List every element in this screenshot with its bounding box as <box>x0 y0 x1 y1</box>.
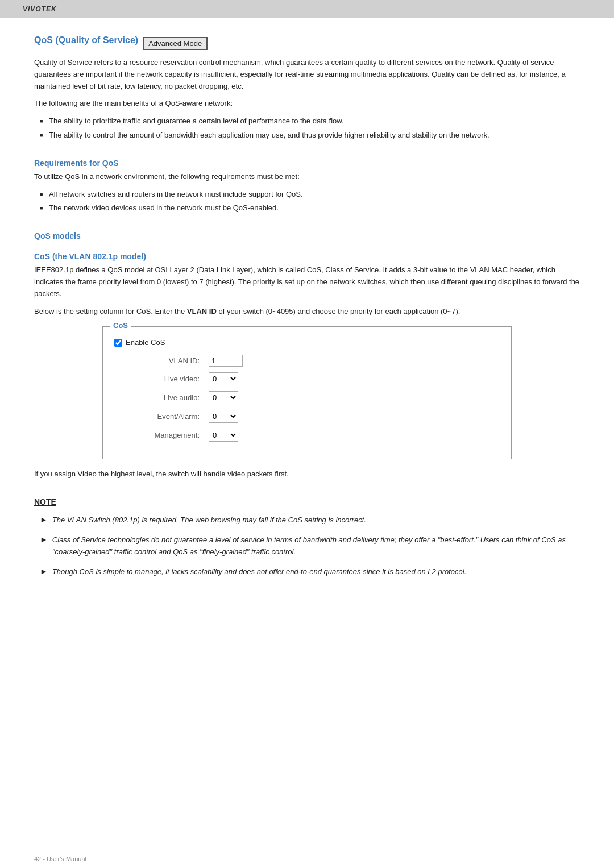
requirements-paragraph: To utilize QoS in a network environment,… <box>34 171 580 183</box>
brand-label: VIVOTEK <box>23 5 57 13</box>
vlan-id-label: VLAN ID: <box>131 356 200 365</box>
intro-bullet-1: The ability to prioritize traffic and gu… <box>40 115 580 127</box>
management-label: Management: <box>131 431 200 439</box>
note-text-2: Class of Service technologies do not gua… <box>52 534 580 558</box>
cos-paragraph2-pre: Below is the setting column for CoS. Ent… <box>34 307 187 315</box>
live-audio-select[interactable]: 0123 4567 <box>209 391 238 404</box>
cos-paragraph2-post: of your switch (0~4095) and choose the p… <box>217 307 460 315</box>
intro-paragraph2: The following are the main benefits of a… <box>34 98 580 110</box>
cos-paragraph3: If you assign Video the highest level, t… <box>34 468 580 480</box>
live-video-row: Live video: 0123 4567 <box>114 372 500 385</box>
note-title: NOTE <box>34 497 580 506</box>
note-item-1: ► The VLAN Switch (802.1p) is required. … <box>34 514 580 526</box>
requirements-bullet-2: The network video devices used in the ne… <box>40 202 580 214</box>
event-alarm-row: Event/Alarm: 0123 4567 <box>114 410 500 423</box>
requirements-bullet-1: All network switches and routers in the … <box>40 189 580 201</box>
management-select[interactable]: 0123 4567 <box>209 429 238 442</box>
enable-cos-checkbox[interactable] <box>114 339 122 347</box>
intro-paragraph1: Quality of Service refers to a resource … <box>34 57 580 92</box>
note-arrow-2: ► <box>40 535 48 544</box>
advanced-mode-button[interactable]: Advanced Mode <box>143 37 208 50</box>
qos-title-row: QoS (Quality of Service) Advanced Mode <box>34 35 580 51</box>
live-audio-label: Live audio: <box>131 393 200 402</box>
live-audio-row: Live audio: 0123 4567 <box>114 391 500 404</box>
footer: 42 - User's Manual <box>0 852 614 868</box>
qos-main-title: QoS (Quality of Service) <box>34 35 138 45</box>
note-section: NOTE ► The VLAN Switch (802.1p) is requi… <box>34 497 580 578</box>
event-alarm-label: Event/Alarm: <box>131 412 200 421</box>
page: VIVOTEK QoS (Quality of Service) Advance… <box>0 0 614 868</box>
intro-bullet-2: The ability to control the amount of ban… <box>40 130 580 142</box>
live-video-label: Live video: <box>131 375 200 383</box>
event-alarm-select[interactable]: 0123 4567 <box>209 410 238 423</box>
cos-paragraph2-bold: VLAN ID <box>187 307 217 315</box>
enable-cos-row: Enable CoS <box>114 338 500 347</box>
cos-fieldset: CoS Enable CoS VLAN ID: Live video: 0123… <box>102 326 512 459</box>
note-item-3: ► Though CoS is simple to manage, it lac… <box>34 566 580 578</box>
intro-bullets: The ability to prioritize traffic and gu… <box>40 115 580 142</box>
cos-paragraph1: IEEE802.1p defines a QoS model at OSI La… <box>34 264 580 300</box>
vlan-id-row: VLAN ID: <box>114 355 500 367</box>
main-content: QoS (Quality of Service) Advanced Mode Q… <box>0 18 614 852</box>
note-arrow-1: ► <box>40 515 48 524</box>
qos-models-title: QoS models <box>34 231 580 240</box>
live-video-select[interactable]: 0123 4567 <box>209 372 238 385</box>
cos-legend: CoS <box>110 321 131 330</box>
requirements-bullets: All network switches and routers in the … <box>40 189 580 215</box>
header: VIVOTEK <box>0 0 614 18</box>
enable-cos-label: Enable CoS <box>126 338 165 347</box>
management-row: Management: 0123 4567 <box>114 429 500 442</box>
note-text-1: The VLAN Switch (802.1p) is required. Th… <box>52 514 366 526</box>
vlan-id-input[interactable] <box>209 355 243 367</box>
note-item-2: ► Class of Service technologies do not g… <box>34 534 580 558</box>
cos-paragraph2: Below is the setting column for CoS. Ent… <box>34 306 580 318</box>
note-arrow-3: ► <box>40 567 48 576</box>
requirements-title: Requirements for QoS <box>34 159 580 168</box>
footer-text: 42 - User's Manual <box>34 855 86 862</box>
note-text-3: Though CoS is simple to manage, it lacks… <box>52 566 466 578</box>
cos-section-title: CoS (the VLAN 802.1p model) <box>34 252 580 261</box>
